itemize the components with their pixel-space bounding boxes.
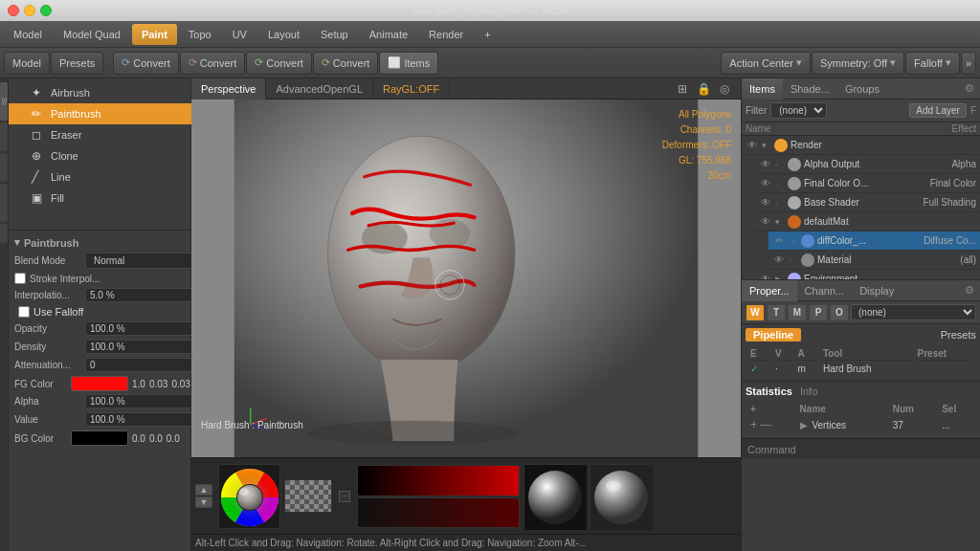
vp-icon-lock[interactable]: 🔒 bbox=[695, 80, 712, 98]
tab-model[interactable]: Model bbox=[4, 24, 52, 45]
minimize-button[interactable] bbox=[24, 5, 35, 16]
layer-vis-dc[interactable]: ✏ bbox=[772, 234, 786, 248]
side-tab-sc[interactable]: Sc bbox=[0, 82, 8, 121]
rp-btab-chann[interactable]: Chann... bbox=[797, 280, 853, 301]
vp-tab-raygl[interactable]: RayGL:OFF bbox=[373, 78, 450, 99]
stats-col-sel: Sel bbox=[939, 403, 974, 415]
presets-label[interactable]: Presets bbox=[941, 329, 976, 341]
layer-defaultmat[interactable]: 👁 ▾ defaultMat bbox=[755, 212, 980, 231]
rp-tab-gear[interactable]: ⚙ bbox=[959, 80, 980, 97]
wtmpo-t[interactable]: T bbox=[767, 304, 786, 321]
tab-model-quad[interactable]: Model Quad bbox=[54, 24, 130, 45]
layer-baseshader[interactable]: 👁 · Base Shader Full Shading bbox=[755, 193, 980, 212]
side-tab-pa[interactable] bbox=[0, 184, 8, 222]
use-falloff-label: Use Falloff bbox=[33, 306, 83, 318]
bottom-strip: ▲ ▼ bbox=[191, 457, 741, 534]
convert-btn-2[interactable]: ⟳ Convert bbox=[180, 52, 246, 75]
layer-vis-env[interactable]: 👁 bbox=[759, 273, 772, 280]
tool-eraser-label: Eraser bbox=[51, 129, 81, 141]
bg-color-swatch[interactable] bbox=[71, 430, 128, 446]
pipeline-row-1[interactable]: ✓ · m Hard Brush bbox=[747, 363, 974, 375]
layer-env[interactable]: 👁 ▶ Environment bbox=[755, 270, 980, 279]
window-title: Grumples_Topology.lxo* — modo bbox=[412, 5, 568, 16]
header-presets-btn[interactable]: Presets bbox=[51, 52, 103, 75]
dots-btn[interactable]: ⋯ bbox=[339, 491, 350, 502]
tab-uv[interactable]: UV bbox=[223, 24, 256, 45]
rp-btab-display[interactable]: Display bbox=[852, 280, 902, 301]
traffic-lights bbox=[8, 5, 52, 16]
wtmpo-o[interactable]: O bbox=[830, 304, 849, 321]
pipeline-label: Pipeline bbox=[746, 328, 801, 342]
layer-vis-mat[interactable]: 👁 bbox=[772, 253, 786, 267]
tab-add[interactable]: + bbox=[475, 24, 500, 45]
tab-setup[interactable]: Setup bbox=[311, 24, 358, 45]
wtmpo-p[interactable]: P bbox=[809, 304, 828, 321]
stroke-interp-label: Stroke Interpol... bbox=[30, 274, 100, 284]
wtmpo-select[interactable]: (none) bbox=[851, 304, 976, 320]
gradient-strip[interactable] bbox=[357, 465, 520, 496]
viewport-tabs: Perspective AdvancedOpenGL RayGL:OFF ⊞ 🔒… bbox=[191, 78, 741, 99]
symmetry-btn[interactable]: Symmetry: Off ▾ bbox=[812, 52, 904, 75]
layer-alpha[interactable]: 👁 · Alpha Output Alpha bbox=[755, 155, 980, 174]
add-layer-btn[interactable]: Add Layer bbox=[909, 103, 967, 118]
rp-btab-proper[interactable]: Proper... bbox=[742, 280, 797, 301]
stats-tab-info[interactable]: Info bbox=[800, 386, 817, 397]
side-tab-vert[interactable] bbox=[0, 153, 8, 182]
layer-material[interactable]: 👁 · Material (all) bbox=[768, 251, 980, 270]
layer-finalcolor[interactable]: 👁 · Final Color O... Final Color bbox=[755, 174, 980, 193]
rp-bottom-gear[interactable]: ⚙ bbox=[959, 282, 980, 298]
rp-tabs: Items Shade... Groups ⚙ bbox=[742, 78, 980, 99]
viewport[interactable]: All Polygons Channels: 0 Deformers: OFF … bbox=[191, 99, 741, 457]
vp-icon-cam[interactable]: ◎ bbox=[716, 80, 733, 98]
rp-tab-groups[interactable]: Groups bbox=[837, 78, 887, 99]
layer-vis-render[interactable]: 👁 bbox=[746, 139, 759, 152]
layer-vis-bs[interactable]: 👁 bbox=[759, 196, 772, 209]
f-label: F bbox=[970, 105, 976, 116]
items-btn[interactable]: ⬜ Items bbox=[379, 52, 438, 75]
layer-vis-alpha[interactable]: 👁 bbox=[759, 158, 772, 171]
close-button[interactable] bbox=[8, 5, 19, 16]
header-model-btn[interactable]: Model bbox=[4, 52, 50, 75]
sphere-preview-1 bbox=[523, 464, 586, 529]
vp-icon-grid[interactable]: ⊞ bbox=[674, 80, 691, 98]
rp-tab-shade[interactable]: Shade... bbox=[783, 78, 837, 99]
falloff-btn[interactable]: Falloff ▾ bbox=[905, 52, 960, 75]
fg-color-swatch[interactable] bbox=[71, 376, 128, 391]
side-tab-h[interactable] bbox=[0, 122, 8, 151]
items-label: Items bbox=[404, 57, 430, 69]
convert-btn-1[interactable]: ⟳ Convert bbox=[113, 52, 179, 75]
layer-render[interactable]: 👁 ▾ Render bbox=[742, 136, 980, 155]
tab-render[interactable]: Render bbox=[419, 24, 473, 45]
layer-vis-fc[interactable]: 👁 bbox=[759, 177, 772, 190]
stats-tab-statistics[interactable]: Statistics bbox=[746, 386, 792, 397]
tab-animate[interactable]: Animate bbox=[360, 24, 417, 45]
layer-effect-alpha: Alpha bbox=[919, 159, 976, 169]
stroke-interp-check[interactable] bbox=[14, 273, 26, 284]
maximize-button[interactable] bbox=[40, 5, 52, 16]
layer-vis-dm[interactable]: 👁 bbox=[759, 215, 772, 229]
convert-btn-4[interactable]: ⟳ Convert bbox=[313, 52, 379, 75]
gradient-strip2[interactable] bbox=[357, 497, 520, 528]
sphere-preview-2 bbox=[590, 464, 652, 529]
tab-paint[interactable]: Paint bbox=[132, 24, 177, 45]
expand-btn[interactable]: » bbox=[961, 52, 976, 75]
bs-expand-down[interactable]: ▼ bbox=[195, 496, 212, 508]
color-wheel[interactable] bbox=[218, 464, 280, 529]
filter-select[interactable]: (none) bbox=[770, 102, 827, 119]
action-center-btn[interactable]: Action Center ▾ bbox=[721, 52, 811, 75]
tab-topo[interactable]: Topo bbox=[179, 24, 221, 45]
tab-layout[interactable]: Layout bbox=[258, 24, 309, 45]
vp-tab-opengl[interactable]: AdvancedOpenGL bbox=[266, 78, 373, 99]
wtmpo-w[interactable]: W bbox=[746, 304, 765, 321]
convert-btn-3[interactable]: ⟳ Convert bbox=[246, 52, 312, 75]
use-falloff-check[interactable] bbox=[18, 306, 30, 318]
rp-tab-items[interactable]: Items bbox=[742, 78, 783, 99]
stats-row-vertices: + — ▶ Vertices 37 ... bbox=[747, 417, 974, 432]
wtmpo-m[interactable]: M bbox=[788, 304, 807, 321]
stats-plus-v[interactable]: + — bbox=[747, 417, 795, 432]
bs-expand-up[interactable]: ▲ bbox=[195, 484, 212, 496]
side-tab-u[interactable] bbox=[0, 224, 8, 243]
vp-tab-perspective[interactable]: Perspective bbox=[191, 78, 266, 99]
layer-diffcolor[interactable]: ✏ → diffColor_... Diffuse Co... bbox=[768, 231, 980, 251]
bg-r: 0.0 bbox=[132, 433, 145, 444]
